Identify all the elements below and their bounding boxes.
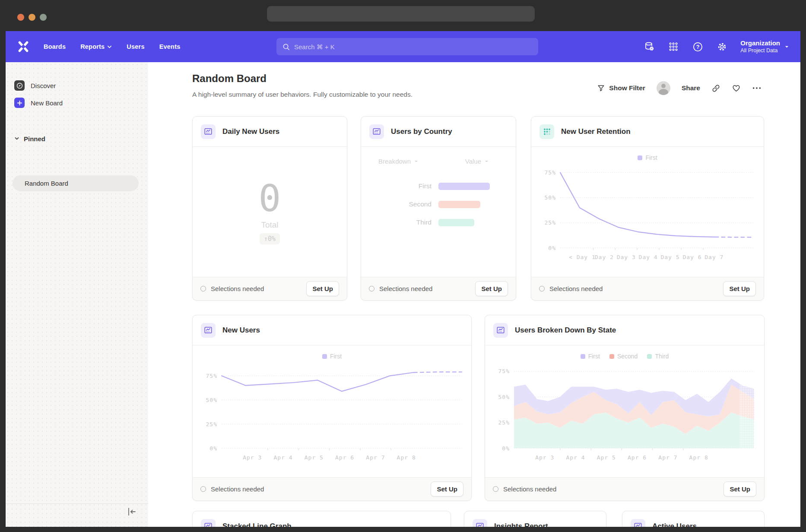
card-users-by-country: Users by Country Breakdown Value FirstSe… <box>361 116 516 301</box>
nav-item-boards[interactable]: Boards <box>44 43 66 50</box>
sidebar-footer-divider <box>6 504 148 504</box>
country-row: Third <box>361 213 516 231</box>
global-search[interactable] <box>276 38 538 55</box>
svg-text:Day 3: Day 3 <box>617 254 636 260</box>
new-board-label: New Board <box>31 99 63 107</box>
svg-text:75%: 75% <box>545 169 556 176</box>
set-up-button[interactable]: Set Up <box>723 481 756 497</box>
avatar[interactable] <box>657 81 670 95</box>
collapse-sidebar-icon[interactable] <box>127 507 139 517</box>
svg-text:Day 6: Day 6 <box>682 254 701 260</box>
help-icon[interactable]: ? <box>692 41 703 52</box>
metric-delta-badge: ↑0% <box>260 233 280 244</box>
traffic-light-minimize[interactable] <box>29 14 35 21</box>
card-title: Insights Report <box>494 522 548 527</box>
screen: Boards Reports Users Events <box>0 0 806 532</box>
set-up-button[interactable]: Set Up <box>431 481 463 497</box>
org-switcher[interactable]: Organization All Project Data <box>740 39 789 54</box>
country-row-bar <box>438 219 474 226</box>
discover-label: Discover <box>31 82 56 89</box>
settings-gear-icon[interactable] <box>716 41 727 52</box>
svg-text:Apr 4: Apr 4 <box>273 454 292 461</box>
country-row: First <box>361 177 516 195</box>
svg-text:50%: 50% <box>545 194 556 201</box>
card-title: Active Users <box>652 522 697 527</box>
chevron-down-icon <box>484 159 489 164</box>
country-row-label: Second <box>361 200 432 208</box>
more-options-button[interactable] <box>752 86 762 90</box>
svg-text:0%: 0% <box>502 445 510 452</box>
svg-text:25%: 25% <box>498 419 510 426</box>
line-chart-icon <box>473 519 487 527</box>
status-text: Selections needed <box>503 485 556 493</box>
browser-chrome <box>0 0 806 31</box>
retention-grid-icon <box>539 124 554 139</box>
card-title: Daily New Users <box>222 127 279 136</box>
sidebar-item-discover[interactable]: Discover <box>14 77 140 94</box>
line-chart-icon <box>631 519 645 527</box>
country-rows: FirstSecondThird <box>361 177 516 231</box>
breakdown-dropdown[interactable]: Breakdown <box>378 158 419 165</box>
mixpanel-logo-icon[interactable] <box>18 41 29 52</box>
board-actions: Show Filter Share <box>597 81 762 95</box>
board-main: Random Board A high-level summary of use… <box>148 62 800 527</box>
status-text: Selections needed <box>211 485 264 493</box>
traffic-light-close[interactable] <box>17 14 24 21</box>
svg-text:25%: 25% <box>206 421 217 428</box>
sidebar-item-random-board[interactable]: Random Board <box>13 175 139 191</box>
svg-text:50%: 50% <box>498 394 510 400</box>
ellipsis-icon <box>752 86 762 90</box>
legend-item: First <box>581 353 600 360</box>
data-management-icon[interactable] <box>644 41 655 52</box>
svg-text:Day 7: Day 7 <box>704 254 723 260</box>
app-window: Boards Reports Users Events <box>6 31 800 527</box>
line-chart-icon <box>201 519 216 527</box>
nav-item-users[interactable]: Users <box>127 43 144 50</box>
share-button[interactable]: Share <box>682 84 700 92</box>
page-title: Random Board <box>192 73 267 85</box>
svg-text:Apr 7: Apr 7 <box>658 454 677 461</box>
legend-item: First <box>322 353 342 360</box>
country-row-label: First <box>361 182 432 190</box>
sidebar-section-pinned[interactable]: Pinned <box>14 131 140 146</box>
card-users-by-state: Users Broken Down By State FirstSecondTh… <box>485 315 765 501</box>
chart-legend: FirstSecondThird <box>581 352 669 361</box>
traffic-light-zoom[interactable] <box>40 14 47 21</box>
svg-text:Apr 8: Apr 8 <box>689 454 708 461</box>
value-dropdown[interactable]: Value <box>465 158 489 165</box>
org-name: Organization <box>740 39 780 48</box>
nav-right: ? Organization All Project Data <box>644 31 789 62</box>
sidebar-item-new-board[interactable]: New Board <box>14 94 140 111</box>
new-users-line-chart: 0%25%50%75%Apr 3Apr 4Apr 5Apr 6Apr 7Apr … <box>197 361 468 466</box>
legend-item: First <box>638 154 657 161</box>
card-new-users: New Users First 0%25%50%75%Apr 3Apr 4Apr… <box>192 315 472 501</box>
card-daily-new-users: Daily New Users 0 Total ↑0% Selections n… <box>192 116 347 301</box>
search-input[interactable] <box>294 43 532 51</box>
set-up-button[interactable]: Set Up <box>723 281 756 296</box>
top-navbar: Boards Reports Users Events <box>6 31 800 62</box>
set-up-button[interactable]: Set Up <box>475 281 508 296</box>
nav-item-events[interactable]: Events <box>159 43 181 50</box>
country-row-bar <box>438 183 490 190</box>
favorite-button[interactable] <box>732 84 741 93</box>
svg-text:Apr 3: Apr 3 <box>243 454 262 461</box>
org-project: All Project Data <box>740 48 780 54</box>
show-filter-button[interactable]: Show Filter <box>597 84 645 92</box>
filter-funnel-icon <box>597 84 605 92</box>
address-bar[interactable] <box>267 6 535 22</box>
chart-legend: First <box>638 153 657 162</box>
country-row-label: Third <box>361 218 432 226</box>
search-icon <box>282 43 290 51</box>
card-active-users: Active Users <box>622 511 765 527</box>
country-row: Second <box>361 195 516 213</box>
set-up-button[interactable]: Set Up <box>306 281 339 296</box>
svg-text:Day 5: Day 5 <box>660 254 679 260</box>
svg-text:Day 4: Day 4 <box>639 254 658 260</box>
metric-value: 0 <box>259 180 281 217</box>
copy-link-button[interactable] <box>711 84 720 93</box>
line-chart-icon <box>369 124 384 139</box>
apps-grid-icon[interactable] <box>668 41 679 52</box>
nav-item-reports[interactable]: Reports <box>80 43 112 50</box>
status-circle-icon <box>493 486 498 492</box>
pinned-label: Pinned <box>24 135 45 142</box>
